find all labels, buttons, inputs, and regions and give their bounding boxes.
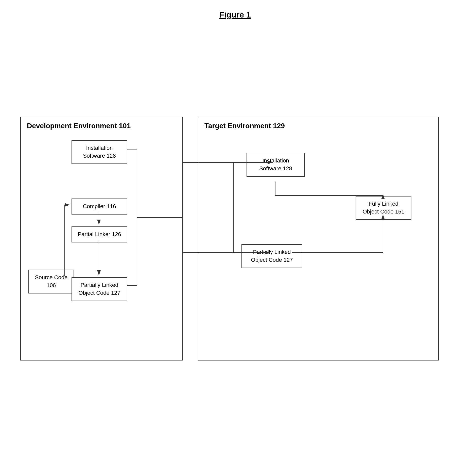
- target-fully-linked-object-code-node: Fully Linked Object Code 151: [356, 196, 411, 220]
- diagram-container: Development Environment 101 Installation…: [20, 117, 449, 371]
- dev-environment-label: Development Environment 101: [21, 117, 182, 135]
- target-environment-box: Target Environment 129 Installation Soft…: [198, 117, 439, 360]
- dev-source-code-node: Source Code 106: [28, 270, 74, 293]
- target-environment-label: Target Environment 129: [198, 117, 438, 135]
- dev-partially-linked-object-code-node: Partially Linked Object Code 127: [72, 277, 127, 301]
- dev-compiler-node: Compiler 116: [72, 199, 127, 215]
- target-partially-linked-object-code-node: Partially Linked Object Code 127: [241, 244, 302, 268]
- target-installation-software-node: Installation Software 128: [247, 153, 305, 177]
- dev-partial-linker-node: Partial Linker 126: [72, 226, 127, 242]
- dev-environment-box: Development Environment 101 Installation…: [20, 117, 183, 360]
- dev-installation-software-node: Installation Software 128: [72, 140, 127, 164]
- page-title: Figure 1: [0, 10, 470, 20]
